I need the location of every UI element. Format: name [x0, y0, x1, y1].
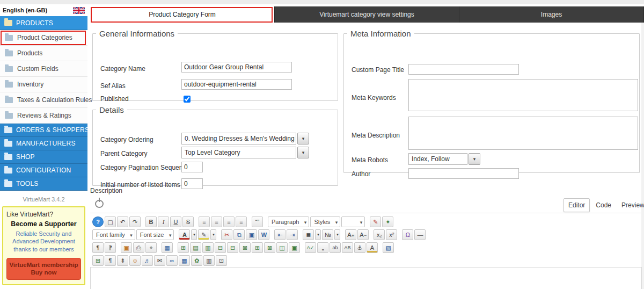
redo-icon[interactable]: ↷ — [129, 216, 141, 227]
tab-category-view-settings[interactable]: Virtuemart category view settings — [275, 6, 459, 23]
styles-select[interactable]: Styles — [310, 216, 340, 227]
text-color-button[interactable]: A — [179, 229, 190, 240]
table-cell-props-icon[interactable]: ▥ — [202, 242, 214, 253]
sidebar-section-products[interactable]: PRODUCTS — [0, 16, 87, 30]
numbered-list-arrow[interactable]: ▾ — [334, 229, 340, 240]
text-color-arrow[interactable]: ▾ — [191, 229, 197, 240]
italic-button[interactable]: I — [158, 216, 169, 227]
rtl-icon[interactable]: ¶ — [105, 242, 116, 253]
editor-tab-editor[interactable]: Editor — [564, 198, 590, 212]
sidebar-item-reviews[interactable]: Reviews & Ratings — [0, 108, 87, 124]
align-justify-button[interactable]: ≡ — [199, 216, 210, 227]
insert-row-before-icon[interactable]: ⊟ — [215, 242, 226, 253]
bullet-list-button[interactable]: ≣ — [303, 229, 314, 240]
outdent-icon[interactable]: ⇤ — [274, 229, 286, 240]
insert-image-icon[interactable]: ▦ — [162, 242, 173, 253]
buy-membership-button[interactable]: VirtueMart membership Buy now — [6, 258, 81, 280]
horizontal-rule-icon[interactable]: — — [414, 229, 426, 240]
underline-button[interactable]: U — [170, 216, 181, 227]
meta-keywords-textarea[interactable] — [408, 79, 638, 111]
editor-content-area[interactable] — [90, 267, 642, 289]
superscript-icon[interactable]: x² — [386, 229, 397, 240]
file-manager-icon[interactable]: ▦ — [179, 255, 190, 266]
emoticons-icon[interactable]: ☺ — [129, 255, 141, 266]
fullscreen-icon[interactable]: ⊡ — [216, 255, 227, 266]
print-icon[interactable]: ⎙ — [133, 242, 144, 253]
author-input[interactable] — [408, 168, 519, 179]
snapshot-icon[interactable]: ▣ — [121, 242, 132, 253]
copy-icon[interactable]: ⧉ — [233, 229, 245, 240]
editor-tab-code[interactable]: Code — [591, 199, 616, 212]
paragraph-format-select[interactable]: Paragraph — [268, 216, 309, 227]
attachment-icon[interactable]: ✉ — [154, 255, 165, 266]
page-break-icon[interactable]: ⇟ — [117, 255, 128, 266]
sidebar-section-tools[interactable]: TOOLS — [0, 177, 87, 191]
tab-product-category-form[interactable]: Product Category Form — [90, 6, 275, 23]
split-cells-icon[interactable]: ◫ — [276, 242, 288, 253]
special-character-icon[interactable]: Ω — [402, 229, 413, 240]
grow-font-icon[interactable]: A₊ — [345, 229, 356, 240]
cleanup-icon[interactable]: ✦ — [382, 216, 393, 227]
highlight-color-button[interactable]: ✎ — [198, 229, 209, 240]
delete-row-icon[interactable]: ⊠ — [239, 242, 251, 253]
format-painter-icon[interactable]: ✎ — [370, 216, 381, 227]
abbreviation-icon[interactable]: ab — [330, 242, 341, 253]
pagination-sequence-input[interactable] — [181, 162, 203, 172]
subscript-icon[interactable]: x₂ — [374, 229, 385, 240]
font-family-select[interactable]: Font family — [92, 229, 135, 240]
category-name-input[interactable] — [181, 62, 292, 73]
meta-robots-select[interactable]: Index, Follow ▾ — [408, 153, 480, 165]
layout-icon[interactable]: ▥ — [203, 255, 215, 266]
sidebar-item-custom-fields[interactable]: Custom Fields — [0, 61, 87, 77]
category-ordering-select[interactable]: 0. Wedding Dresses & Men's Wedding Suit.… — [181, 133, 309, 144]
sef-alias-input[interactable] — [181, 79, 292, 90]
align-left-button[interactable]: ≡ — [223, 216, 235, 227]
tab-images[interactable]: Images — [459, 6, 644, 23]
sidebar-item-product-categories[interactable]: Product Categories — [0, 30, 87, 46]
insert-row-after-icon[interactable]: ⊟ — [227, 242, 238, 253]
custom-page-title-input[interactable] — [408, 64, 519, 75]
bold-button[interactable]: B — [145, 216, 157, 227]
search-icon[interactable]: ⌖ — [145, 242, 157, 253]
citation-icon[interactable]: „ — [317, 242, 328, 253]
media-icon[interactable]: ♬ — [142, 255, 153, 266]
inline-style-select[interactable] — [341, 216, 365, 227]
sidebar-section-orders[interactable]: ORDERS & SHOPPERS — [0, 124, 87, 137]
editor-tab-preview[interactable]: Preview — [617, 199, 644, 212]
align-center-button[interactable]: ≡ — [211, 216, 222, 227]
anchor-icon[interactable]: ⚓ — [354, 242, 365, 253]
parent-category-select[interactable]: Top Level Category ▾ — [181, 147, 309, 158]
attributes-icon[interactable]: A — [367, 242, 378, 253]
acronym-icon[interactable]: AB — [342, 242, 353, 253]
ltr-icon[interactable]: ¶ — [92, 242, 104, 253]
paste-icon[interactable]: ▣ — [246, 229, 257, 240]
uk-flag-icon[interactable] — [73, 7, 85, 14]
blockquote-button[interactable]: “” — [252, 216, 263, 227]
shrink-font-icon[interactable]: A₋ — [357, 229, 369, 240]
spellcheck-icon[interactable]: A✓ — [305, 242, 316, 253]
table-row-props-icon[interactable]: ▤ — [190, 242, 201, 253]
insert-table-grid-icon[interactable]: ⊞ — [92, 255, 104, 266]
image-manager-icon[interactable]: ▧ — [383, 242, 394, 253]
published-checkbox[interactable] — [184, 96, 191, 103]
sidebar-item-inventory[interactable]: Inventory — [0, 77, 87, 92]
cut-icon[interactable]: ✂ — [221, 229, 232, 240]
visual-chars-icon[interactable]: ¶ — [105, 255, 116, 266]
sidebar-section-configuration[interactable]: CONFIGURATION — [0, 164, 87, 177]
strikethrough-button[interactable]: S — [182, 216, 194, 227]
link-icon[interactable]: ∞ — [166, 255, 178, 266]
sidebar-item-products[interactable]: Products — [0, 46, 87, 61]
font-size-select[interactable]: Font size — [136, 229, 174, 240]
sidebar-item-taxes[interactable]: Taxes & Calculation Rules — [0, 92, 87, 108]
bullet-list-arrow[interactable]: ▾ — [315, 229, 321, 240]
insert-column-icon[interactable]: ⊞ — [252, 242, 263, 253]
sidebar-section-manufacturers[interactable]: MANUFACTURERS — [0, 137, 87, 150]
new-document-icon[interactable]: ▢ — [105, 216, 116, 227]
delete-column-icon[interactable]: ⊠ — [264, 242, 275, 253]
undo-icon[interactable]: ↶ — [117, 216, 128, 227]
editor-toggle-button[interactable] — [95, 200, 104, 208]
spring-icon[interactable]: ✿ — [191, 255, 202, 266]
table-icon[interactable]: ⊞ — [178, 242, 189, 253]
highlight-color-arrow[interactable]: ▾ — [210, 229, 216, 240]
paste-word-icon[interactable]: W — [258, 229, 269, 240]
